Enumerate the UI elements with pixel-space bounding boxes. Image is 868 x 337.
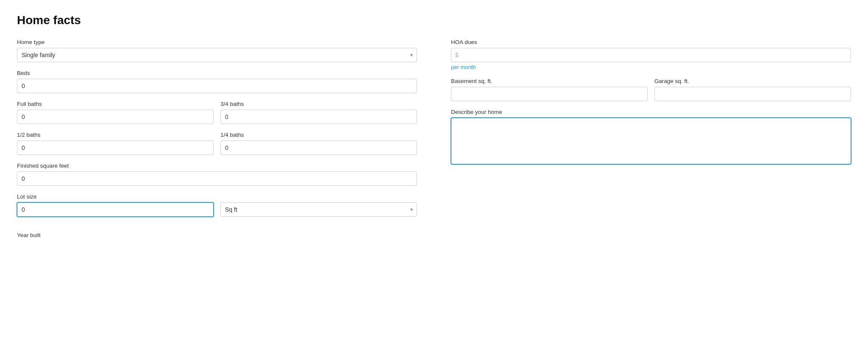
- finished-sqft-label: Finished square feet: [17, 163, 417, 169]
- describe-home-field: Describe your home: [451, 109, 851, 166]
- year-built-label: Year built: [17, 232, 417, 238]
- half-baths-input[interactable]: [17, 141, 214, 155]
- basement-sqft-label: Basement sq. ft.: [451, 78, 648, 84]
- home-type-select[interactable]: Single family Condo Townhouse Multi-fami…: [17, 48, 417, 62]
- three-quarter-baths-label: 3/4 baths: [220, 101, 417, 107]
- year-built-field: Year built: [17, 232, 417, 241]
- garage-sqft-input[interactable]: [654, 87, 851, 101]
- beds-field: Beds: [17, 70, 417, 93]
- page-title: Home facts: [17, 14, 851, 27]
- describe-home-textarea[interactable]: [451, 118, 851, 164]
- finished-sqft-field: Finished square feet: [17, 163, 417, 186]
- quarter-baths-input[interactable]: [220, 141, 417, 155]
- finished-sqft-input[interactable]: [17, 171, 417, 186]
- garage-sqft-field: Garage sq. ft.: [654, 78, 851, 101]
- home-type-select-wrapper: Single family Condo Townhouse Multi-fami…: [17, 48, 417, 62]
- hoa-dues-label: HOA dues: [451, 39, 851, 45]
- beds-input[interactable]: [17, 79, 417, 93]
- hoa-dues-field: HOA dues $ per month: [451, 39, 851, 70]
- quarter-baths-label: 1/4 baths: [220, 132, 417, 138]
- three-quarter-baths-input[interactable]: [220, 110, 417, 124]
- half-baths-label: 1/2 baths: [17, 132, 214, 138]
- lot-size-field: Lot size Sq ft Acres: [17, 193, 417, 224]
- hoa-input[interactable]: [451, 48, 851, 62]
- describe-home-label: Describe your home: [451, 109, 851, 115]
- basement-garage-row: Basement sq. ft. Garage sq. ft.: [451, 78, 851, 101]
- baths-row-1: Full baths 3/4 baths: [17, 101, 417, 124]
- per-month-label: per month: [451, 64, 851, 70]
- hoa-input-wrapper: $: [451, 48, 851, 62]
- baths-row-2: 1/2 baths 1/4 baths: [17, 132, 417, 155]
- home-type-label: Home type: [17, 39, 417, 45]
- lot-size-input[interactable]: [17, 202, 214, 217]
- basement-sqft-input[interactable]: [451, 87, 648, 101]
- full-baths-input[interactable]: [17, 110, 214, 124]
- lot-size-unit-wrapper: Sq ft Acres: [220, 202, 417, 217]
- lot-size-label: Lot size: [17, 193, 417, 200]
- basement-sqft-field: Basement sq. ft.: [451, 78, 648, 101]
- lot-size-unit-select[interactable]: Sq ft Acres: [220, 202, 417, 217]
- full-baths-field: Full baths: [17, 101, 214, 124]
- full-baths-label: Full baths: [17, 101, 214, 107]
- garage-sqft-label: Garage sq. ft.: [654, 78, 851, 84]
- beds-label: Beds: [17, 70, 417, 76]
- home-type-field: Home type Single family Condo Townhouse …: [17, 39, 417, 62]
- quarter-baths-field: 1/4 baths: [220, 132, 417, 155]
- half-baths-field: 1/2 baths: [17, 132, 214, 155]
- three-quarter-baths-field: 3/4 baths: [220, 101, 417, 124]
